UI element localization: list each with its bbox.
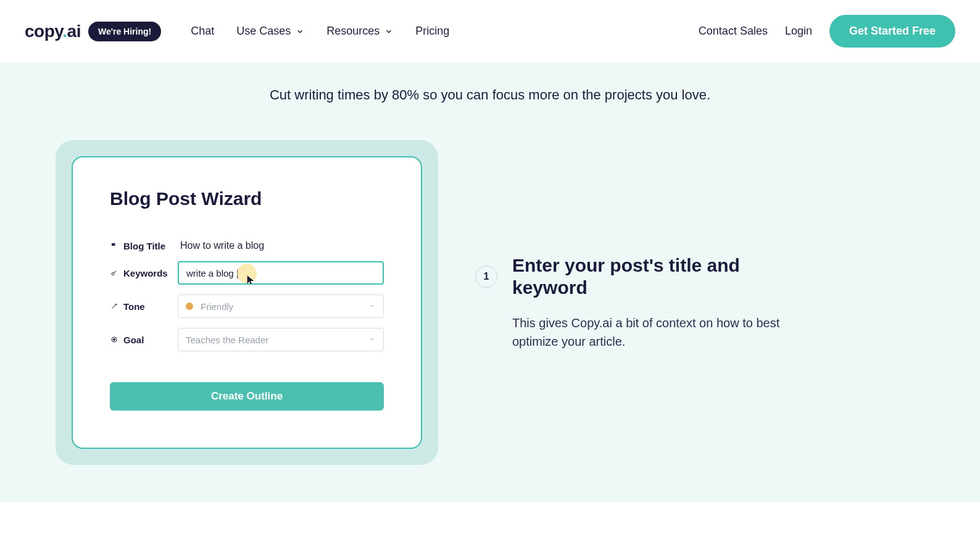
hiring-badge[interactable]: We're Hiring! <box>88 22 161 41</box>
main-section: Cut writing times by 80% so you can focu… <box>0 62 980 502</box>
svg-point-0 <box>112 273 114 275</box>
cursor-icon <box>246 274 255 288</box>
logo-dot: . <box>62 22 67 41</box>
tone-placeholder: Friendly <box>201 301 233 312</box>
main-nav: Chat Use Cases Resources Pricing <box>191 25 699 38</box>
tone-label-group: Tone <box>110 301 178 312</box>
step-description: This gives Copy.ai a bit of context on h… <box>512 314 808 351</box>
nav-pricing-label: Pricing <box>415 25 449 38</box>
svg-point-3 <box>114 339 115 341</box>
keywords-value: write a blog | <box>186 268 239 278</box>
nav-resources[interactable]: Resources <box>326 25 393 38</box>
create-outline-button[interactable]: Create Outline <box>110 382 384 411</box>
step-block: 1 Enter your post's title and keyword Th… <box>475 254 808 351</box>
logo-group: copy.ai We're Hiring! <box>25 22 161 41</box>
wizard-title: Blog Post Wizard <box>110 188 384 209</box>
keywords-input[interactable]: write a blog | <box>178 261 384 285</box>
step-number: 1 <box>475 265 497 288</box>
wizard-card-outer: Blog Post Wizard Blog Title How to write… <box>56 140 438 465</box>
row-tone: Tone Friendly <box>110 295 384 318</box>
header-right: Contact Sales Login Get Started Free <box>699 15 955 48</box>
nav-resources-label: Resources <box>326 25 380 38</box>
logo-text-suffix: ai <box>67 22 81 41</box>
tagline: Cut writing times by 80% so you can focu… <box>0 87 980 103</box>
target-icon <box>110 335 118 344</box>
step-title: Enter your post's title and keyword <box>512 254 808 299</box>
get-started-button[interactable]: Get Started Free <box>829 15 955 48</box>
nav-pricing[interactable]: Pricing <box>415 25 449 38</box>
logo-text-main: copy <box>25 22 62 41</box>
contact-sales-link[interactable]: Contact Sales <box>699 25 768 38</box>
nav-chat[interactable]: Chat <box>191 25 214 38</box>
row-blog-title: Blog Title How to write a blog <box>110 240 384 251</box>
chevron-down-icon <box>368 301 376 312</box>
blog-title-label: Blog Title <box>123 241 165 251</box>
row-keywords: Keywords write a blog | <box>110 261 384 285</box>
wand-icon <box>110 302 118 311</box>
site-header: copy.ai We're Hiring! Chat Use Cases Res… <box>0 0 980 62</box>
keywords-label: Keywords <box>123 268 168 278</box>
blog-title-label-group: Blog Title <box>110 241 178 251</box>
nav-use-cases[interactable]: Use Cases <box>236 25 304 38</box>
flag-icon <box>110 241 118 250</box>
row-goal: Goal Teaches the Reader <box>110 328 384 351</box>
chevron-down-icon <box>384 27 393 36</box>
goal-label-group: Goal <box>110 335 178 345</box>
goal-placeholder: Teaches the Reader <box>186 335 268 345</box>
svg-marker-4 <box>370 338 374 340</box>
goal-select[interactable]: Teaches the Reader <box>178 328 384 351</box>
chevron-down-icon <box>296 27 304 36</box>
nav-use-cases-label: Use Cases <box>236 25 291 38</box>
login-link[interactable]: Login <box>785 25 812 38</box>
tone-color-dot <box>186 303 193 310</box>
goal-label: Goal <box>123 335 144 345</box>
logo[interactable]: copy.ai <box>25 22 81 41</box>
svg-marker-1 <box>370 305 374 307</box>
blog-title-value: How to write a blog <box>178 240 264 251</box>
nav-chat-label: Chat <box>191 25 214 38</box>
key-icon <box>110 269 118 277</box>
content-row: Blog Post Wizard Blog Title How to write… <box>0 140 980 465</box>
keywords-label-group: Keywords <box>110 268 178 278</box>
chevron-down-icon <box>368 335 376 345</box>
tone-select[interactable]: Friendly <box>178 295 384 318</box>
wizard-card: Blog Post Wizard Blog Title How to write… <box>72 156 422 449</box>
tone-label: Tone <box>123 301 145 312</box>
step-header: 1 Enter your post's title and keyword <box>475 254 808 299</box>
